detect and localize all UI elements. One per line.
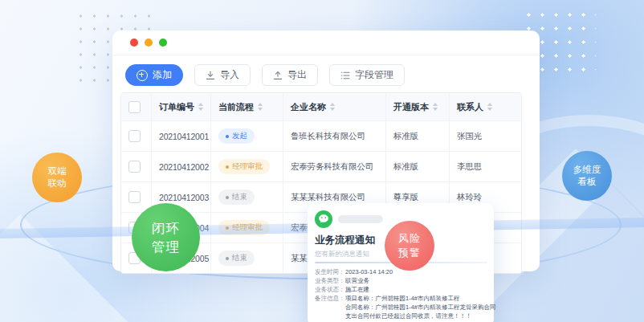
- field-manage-button-label: 字段管理: [355, 68, 393, 82]
- column-header-label: 企业名称: [291, 101, 326, 113]
- list-icon: [340, 71, 350, 80]
- badge-text-line: 风险: [398, 231, 421, 246]
- status-badge: 经理审批: [218, 159, 270, 174]
- maximize-window-icon[interactable]: [159, 39, 167, 47]
- header-checkbox-cell: [121, 93, 151, 120]
- remark-line: 合同名称：广州碧桂园1-4#市内精装修工程龙骨采购合同: [345, 303, 496, 312]
- column-header-company[interactable]: 企业名称: [283, 93, 385, 120]
- row-checkbox-cell: [121, 121, 151, 151]
- remark-lines: 项目名称：广州碧桂园1-4#市内精装修工程 合同名称：广州碧桂园1-4#市内精装…: [345, 294, 496, 320]
- version-cell: 标准版: [385, 152, 449, 181]
- row-checkbox[interactable]: [128, 130, 141, 142]
- badge-text-line: 联动: [48, 177, 67, 190]
- row-checkbox-cell: [121, 182, 151, 212]
- upload-icon: [273, 71, 283, 80]
- column-header-order-no[interactable]: 订单编号: [151, 93, 210, 120]
- close-window-icon[interactable]: [130, 39, 138, 47]
- status-cell: 经理审批: [210, 152, 283, 181]
- sort-icon[interactable]: [433, 103, 438, 111]
- import-button[interactable]: 导入: [194, 64, 251, 86]
- minimize-window-icon[interactable]: [145, 39, 153, 47]
- contact-cell: 张国光: [449, 121, 521, 151]
- table-header-row: 订单编号 当前流程 企业名称 开通版本 联系人: [121, 93, 521, 120]
- column-header-version[interactable]: 开通版本: [385, 93, 449, 120]
- wechat-icon: [315, 210, 332, 228]
- status-cell: 结束: [210, 182, 283, 212]
- status-badge: 结束: [218, 251, 255, 266]
- field-value: 施工在建: [345, 285, 369, 294]
- company-cell: 鲁班长科技有限公司: [283, 121, 385, 151]
- badge-text-line: 闭环: [152, 219, 180, 238]
- version-cell: 标准版: [385, 121, 449, 151]
- status-badge: 发起: [218, 128, 255, 144]
- row-checkbox[interactable]: [128, 161, 141, 173]
- badge-text-line: 双端: [48, 165, 67, 177]
- sort-icon[interactable]: [198, 103, 204, 111]
- contact-cell: 李思思: [449, 152, 521, 181]
- row-checkbox-cell: [121, 152, 151, 181]
- table-row: 20210412002 经理审批 宏泰劳务科技有限公司 标准版 李思思: [121, 151, 521, 181]
- import-button-label: 导入: [220, 68, 239, 82]
- toolbar: 添加 导入 导出 字段管理: [125, 64, 405, 86]
- status-cell: 结束: [210, 243, 283, 273]
- field-label: 备注信息：: [315, 294, 345, 320]
- column-header-contact[interactable]: 联系人: [449, 93, 521, 120]
- column-header-label: 开通版本: [393, 101, 429, 113]
- select-all-checkbox[interactable]: [128, 101, 141, 113]
- badge-text-line: 预警: [398, 246, 421, 260]
- column-header-label: 联系人: [457, 101, 483, 113]
- badge-text-line: 多维度: [573, 164, 601, 176]
- status-cell: 发起: [210, 121, 283, 151]
- company-cell: 宏泰劳务科技有限公司: [283, 152, 385, 181]
- badge-risk-alert: 风险 预警: [385, 221, 434, 271]
- remark-line: 项目名称：广州碧桂园1-4#市内精装修工程: [345, 294, 496, 303]
- export-button[interactable]: 导出: [262, 64, 318, 86]
- add-button-label: 添加: [153, 68, 172, 82]
- field-manage-button[interactable]: 字段管理: [329, 64, 405, 86]
- plus-circle-icon: [137, 70, 148, 81]
- notification-state-row: 业务状态： 施工在建: [315, 285, 487, 294]
- field-label: 发生时间：: [315, 267, 345, 276]
- field-value: 2023-03-14 14:20: [345, 267, 393, 276]
- sort-icon[interactable]: [258, 103, 263, 111]
- status-badge: 结束: [218, 190, 255, 205]
- column-header-label: 订单编号: [159, 101, 194, 113]
- field-label: 业务类型：: [315, 276, 345, 285]
- notification-type-row: 业务类型： 联营业务: [315, 276, 487, 285]
- field-label: 业务状态：: [315, 285, 345, 294]
- badge-dual-end-linkage: 双端 联动: [32, 153, 82, 202]
- download-icon: [206, 71, 215, 80]
- badge-text-line: 管理: [152, 238, 180, 256]
- sort-icon[interactable]: [487, 103, 493, 111]
- order-no-cell: 20210412001: [151, 121, 210, 151]
- table-row: 20210412001 发起 鲁班长科技有限公司 标准版 张国光: [121, 120, 521, 151]
- badge-closed-loop-management: 闭环 管理: [132, 203, 200, 271]
- column-header-status[interactable]: 当前流程: [210, 93, 283, 120]
- badge-multi-dimension-dashboard: 多维度 看板: [562, 151, 612, 201]
- order-no-cell: 20210412002: [151, 152, 210, 181]
- remark-line: 支出合同付款已经超过合同收票，请注意！！！: [345, 312, 496, 320]
- notification-remark-row: 备注信息： 项目名称：广州碧桂园1-4#市内精装修工程 合同名称：广州碧桂园1-…: [315, 294, 487, 320]
- badge-text-line: 看板: [578, 176, 597, 188]
- window-titlebar: [112, 31, 540, 55]
- sender-placeholder: [338, 215, 383, 223]
- page-background: 添加 导入 导出 字段管理 订单编号 当前流程 企业名称 开通版本: [0, 0, 644, 322]
- add-button[interactable]: 添加: [125, 64, 183, 86]
- column-header-label: 当前流程: [218, 101, 254, 113]
- export-button-label: 导出: [287, 68, 307, 82]
- field-value: 联营业务: [345, 276, 369, 285]
- sort-icon[interactable]: [330, 103, 336, 111]
- row-checkbox[interactable]: [128, 191, 141, 203]
